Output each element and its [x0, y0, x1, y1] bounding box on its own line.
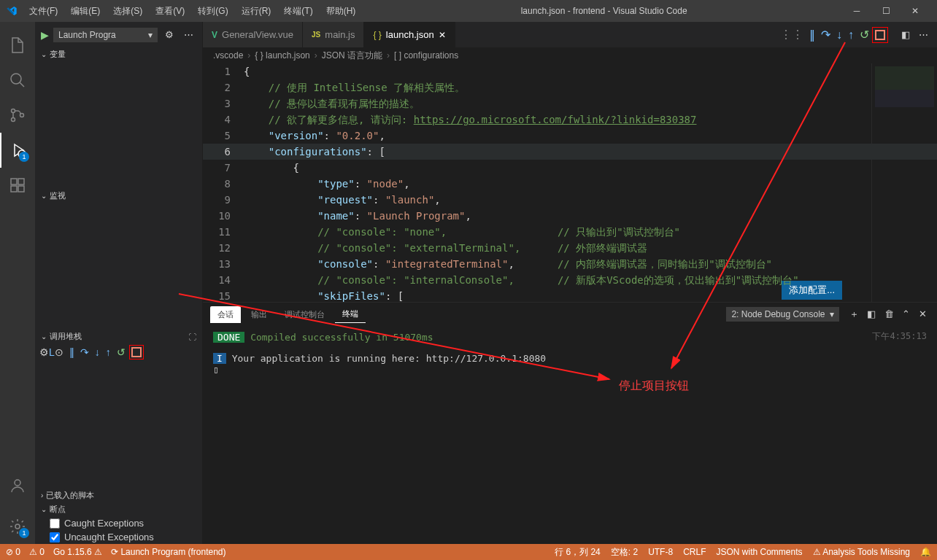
menu-help[interactable]: 帮助(H) — [320, 2, 362, 20]
run-debug-icon[interactable]: 1 — [0, 133, 35, 168]
restart-icon[interactable]: ↺ — [860, 28, 869, 42]
step-over-icon[interactable]: ↷ — [80, 346, 89, 358]
terminal-body[interactable]: 下午4:35:13 DONE Compiled successfully in … — [203, 326, 937, 544]
breakpoints-section[interactable]: ⌄断点 — [35, 502, 202, 516]
split-editor-icon[interactable]: ◧ — [901, 29, 910, 40]
tab-launchjson[interactable]: { }launch.json✕ — [364, 22, 455, 47]
status-errors[interactable]: ⊘ 0 — [6, 547, 20, 557]
status-analysis[interactable]: ⚠ Analysis Tools Missing — [813, 547, 911, 557]
title-bar: 文件(F) 编辑(E) 选择(S) 查看(V) 转到(G) 运行(R) 终端(T… — [0, 0, 937, 22]
annotation-label: 停止项目按钮 — [619, 378, 689, 394]
loaded-scripts-section[interactable]: ›已载入的脚本 — [35, 489, 202, 502]
stop-debug-button[interactable] — [875, 30, 885, 40]
step-out-icon[interactable]: ↑ — [848, 28, 854, 42]
split-terminal-icon[interactable]: ◧ — [864, 308, 879, 319]
extensions-icon[interactable] — [0, 168, 35, 203]
terminal-timestamp: 下午4:35:13 — [872, 330, 927, 343]
search-icon[interactable] — [0, 63, 35, 98]
gear-icon[interactable]: ⚙ — [162, 29, 177, 40]
status-debug-target[interactable]: ⟳ Launch Program (frontend) — [111, 547, 225, 557]
svg-point-9 — [15, 480, 20, 486]
svg-point-3 — [20, 114, 24, 117]
drag-handle-icon[interactable]: ⋮⋮ — [780, 28, 803, 42]
svg-point-1 — [12, 109, 15, 113]
step-over-icon[interactable]: ↷ — [821, 28, 830, 42]
minimap[interactable] — [871, 63, 937, 302]
editor-area: VGeneralView.vue JSmain.js { }launch.jso… — [203, 22, 937, 544]
stop-debug-button[interactable] — [131, 347, 142, 357]
code-editor[interactable]: 123456789101112131415 { // 使用 IntelliSen… — [203, 63, 937, 302]
status-indent[interactable]: 空格: 2 — [611, 546, 638, 559]
menu-edit[interactable]: 编辑(E) — [65, 2, 106, 20]
pause-icon[interactable]: ‖ — [809, 28, 815, 42]
accounts-icon[interactable] — [0, 468, 35, 503]
close-panel-icon[interactable]: ✕ — [916, 308, 930, 319]
menu-terminal[interactable]: 终端(T) — [278, 2, 318, 20]
pause-icon[interactable]: ‖ — [69, 346, 74, 358]
maximize-button[interactable]: ☐ — [876, 6, 896, 16]
menu-bar: 文件(F) 编辑(E) 选择(S) 查看(V) 转到(G) 运行(R) 终端(T… — [23, 2, 361, 20]
code-content[interactable]: { // 使用 IntelliSense 了解相关属性。 // 悬停以查看现有属… — [244, 63, 871, 302]
line-gutter: 123456789101112131415 — [203, 63, 244, 302]
watch-section[interactable]: ⌄监视 — [35, 189, 202, 203]
debug-toolbar: ⋮⋮ ‖ ↷ ↓ ↑ ↺ — [773, 22, 892, 47]
status-encoding[interactable]: UTF-8 — [648, 547, 673, 557]
status-notifications-icon[interactable]: 🔔 — [920, 547, 931, 557]
more-actions-icon[interactable]: ⋯ — [919, 29, 928, 40]
panel-tab-session[interactable]: 会话 — [210, 306, 241, 323]
editor-actions: ◧ ⋯ — [892, 22, 937, 47]
launch-config-select[interactable]: Launch Progra▾ — [53, 28, 158, 42]
activity-bar: 1 1 — [0, 22, 35, 544]
step-into-icon[interactable]: ↓ — [95, 346, 100, 358]
menu-goto[interactable]: 转到(G) — [192, 2, 234, 20]
breadcrumb[interactable]: .vscode› { } launch.json› JSON 语言功能› [ ]… — [203, 47, 937, 63]
svg-point-0 — [11, 74, 21, 84]
panel-tab-debug-console[interactable]: 调试控制台 — [277, 306, 332, 323]
source-control-icon[interactable] — [0, 98, 35, 133]
variables-section[interactable]: ⌄变量 — [35, 47, 202, 61]
menu-view[interactable]: 查看(V) — [150, 2, 190, 20]
bp-caught-exceptions[interactable]: Caught Exceptions — [35, 516, 202, 530]
svg-rect-6 — [18, 179, 24, 184]
status-warnings[interactable]: ⚠ 0 — [29, 547, 45, 557]
close-button[interactable]: ✕ — [905, 6, 925, 16]
bp-uncaught-exceptions[interactable]: Uncaught Exceptions — [35, 530, 202, 544]
editor-tabs: VGeneralView.vue JSmain.js { }launch.jso… — [203, 22, 937, 47]
status-bar: ⊘ 0 ⚠ 0 Go 1.15.6 ⚠ ⟳ Launch Program (fr… — [0, 544, 937, 560]
debug-sidebar: ▶ Launch Progra▾ ⚙ ⋯ ⌄变量 ⌄监视 ⌄调用堆栈⛶ ⚙L⊙ … — [35, 22, 203, 544]
status-go-version[interactable]: Go 1.15.6 ⚠ — [53, 547, 102, 557]
step-out-icon[interactable]: ↑ — [106, 346, 111, 358]
close-icon[interactable]: ✕ — [439, 30, 446, 40]
explorer-icon[interactable] — [0, 28, 35, 63]
minimize-button[interactable]: ─ — [847, 6, 867, 16]
tab-generalview[interactable]: VGeneralView.vue — [203, 22, 303, 47]
settings-icon[interactable]: 1 — [0, 509, 35, 544]
panel-tabs: 会话 输出 调试控制台 终端 2: Node Debug Console▾ ＋ … — [203, 303, 937, 326]
menu-run[interactable]: 运行(R) — [236, 2, 277, 20]
status-eol[interactable]: CRLF — [683, 547, 706, 557]
status-language[interactable]: JSON with Comments — [716, 547, 802, 557]
kill-terminal-icon[interactable]: 🗑 — [882, 308, 897, 319]
status-cursor-position[interactable]: 行 6，列 24 — [555, 546, 601, 559]
tab-mainjs[interactable]: JSmain.js — [303, 22, 364, 47]
maximize-panel-icon[interactable]: ⌃ — [899, 308, 913, 319]
menu-select[interactable]: 选择(S) — [107, 2, 148, 20]
svg-point-2 — [12, 118, 15, 122]
more-icon[interactable]: ⋯ — [181, 29, 196, 40]
step-into-icon[interactable]: ↓ — [836, 28, 842, 42]
vscode-logo-icon — [6, 5, 18, 17]
callstack-section[interactable]: ⌄调用堆栈⛶ — [35, 330, 202, 343]
window-title: launch.json - frontend - Visual Studio C… — [361, 6, 847, 16]
restart-icon[interactable]: ↺ — [117, 346, 126, 358]
svg-rect-7 — [11, 186, 17, 192]
maximize-icon[interactable]: ⛶ — [188, 332, 196, 341]
terminal-select[interactable]: 2: Node Debug Console▾ — [726, 307, 838, 322]
panel-tab-output[interactable]: 输出 — [244, 306, 274, 323]
debug-toolbar-side: ⚙L⊙ ‖ ↷ ↓ ↑ ↺ — [35, 343, 202, 361]
svg-rect-8 — [18, 186, 24, 192]
start-debug-button[interactable]: ▶ — [41, 29, 49, 41]
svg-rect-5 — [11, 179, 17, 184]
new-terminal-icon[interactable]: ＋ — [847, 308, 862, 319]
panel-tab-terminal[interactable]: 终端 — [335, 306, 366, 323]
menu-file[interactable]: 文件(F) — [23, 2, 63, 20]
